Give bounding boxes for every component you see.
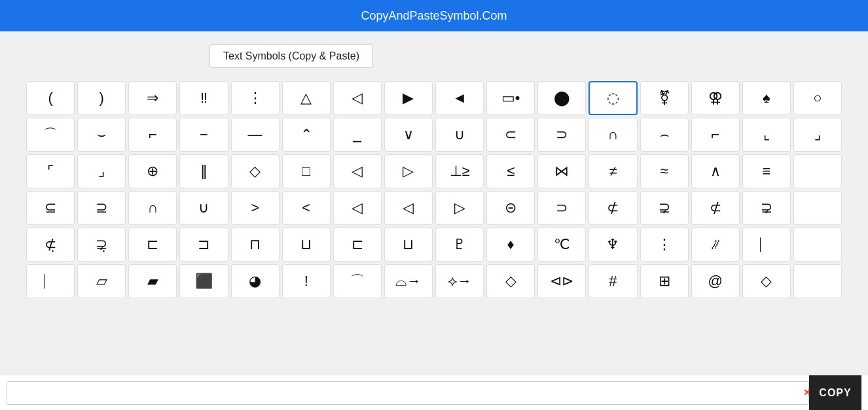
symbol-cell[interactable]: ▱ [77, 264, 126, 298]
symbol-cell[interactable]: ⎸ [742, 228, 791, 262]
symbol-cell[interactable] [793, 264, 842, 298]
symbol-cell[interactable]: − [179, 118, 228, 152]
symbol-cell[interactable]: ‖ [179, 154, 228, 188]
symbol-cell[interactable]: ◇ [231, 154, 280, 188]
symbol-cell[interactable]: < [282, 191, 331, 225]
symbol-cell[interactable]: > [231, 191, 280, 225]
symbol-cell[interactable]: △ [282, 81, 331, 115]
symbol-cell[interactable]: ⌟ [793, 118, 842, 152]
symbol-cell[interactable]: ♠ [742, 81, 791, 115]
symbol-cell[interactable]: ♆ [588, 228, 637, 262]
symbol-cell[interactable]: ⊋̣ [77, 228, 126, 262]
symbol-cell[interactable]: ▷ [384, 154, 433, 188]
symbol-cell[interactable]: ◇ [486, 264, 535, 298]
symbol-cell[interactable]: ⊄ [588, 191, 637, 225]
symbol-cell[interactable]: ⊥≥ [435, 154, 484, 188]
symbol-cell[interactable]: ⊃ [537, 118, 586, 152]
symbol-cell[interactable]: ⎯ [333, 118, 382, 152]
symbol-cell[interactable]: ⌐ [691, 118, 740, 152]
symbol-cell[interactable]: ⫽ [691, 228, 740, 262]
symbol-cell[interactable]: ⚧ [640, 81, 689, 115]
symbol-cell[interactable]: ∨ [384, 118, 433, 152]
symbol-cell[interactable]: ⌢ [640, 118, 689, 152]
symbol-cell[interactable]: ⌃ [282, 118, 331, 152]
symbol-cell[interactable]: ⊕ [128, 154, 177, 188]
symbol-cell[interactable]: ⌒ [26, 118, 75, 152]
symbol-cell[interactable]: ◄ [435, 81, 484, 115]
symbol-cell[interactable]: ⊏ [128, 228, 177, 262]
symbol-cell[interactable]: ⊂ [486, 118, 535, 152]
symbol-cell[interactable]: ⌐ [128, 118, 177, 152]
symbol-cell[interactable]: ∪ [435, 118, 484, 152]
symbol-cell[interactable] [793, 228, 842, 262]
symbol-cell[interactable]: ⊋ [640, 191, 689, 225]
symbol-cell[interactable]: ⊃ [537, 191, 586, 225]
symbol-cell[interactable]: ⋈ [537, 154, 586, 188]
symbol-cell[interactable]: — [231, 118, 280, 152]
symbol-cell[interactable]: ⊆ [26, 191, 75, 225]
symbol-cell[interactable]: ∧ [691, 154, 740, 188]
symbol-cell[interactable]: ⌜ [26, 154, 75, 188]
symbol-cell[interactable]: ◕ [231, 264, 280, 298]
symbol-cell[interactable]: ) [77, 81, 126, 115]
symbol-cell[interactable]: ℃ [537, 228, 586, 262]
symbol-cell[interactable]: ⚢ [691, 81, 740, 115]
symbol-cell[interactable]: ⟡→ [435, 264, 484, 298]
symbol-cell[interactable]: ( [26, 81, 75, 115]
symbol-cell[interactable]: ⊔ [384, 228, 433, 262]
symbol-cell[interactable]: ≤ [486, 154, 535, 188]
symbol-cell[interactable]: ▶ [384, 81, 433, 115]
symbol-cell[interactable]: ⌓→ [384, 264, 433, 298]
symbol-cell[interactable]: # [588, 264, 637, 298]
symbol-cell[interactable]: ‼ [179, 81, 228, 115]
symbol-cell[interactable]: ◁ [333, 81, 382, 115]
symbol-cell[interactable]: ⊄ [691, 191, 740, 225]
symbol-cell[interactable]: ∩ [128, 191, 177, 225]
symbol-cell[interactable]: @ [691, 264, 740, 298]
symbol-cell[interactable]: ≈ [640, 154, 689, 188]
symbol-cell[interactable]: ⌞ [742, 118, 791, 152]
symbol-grid: ()⇒‼⋮△◁▶◄▭•⬤◌⚧⚢♠○⌒⌣⌐−—⌃⎯∨∪⊂⊃∩⌢⌐⌞⌟⌜⌟⊕‖◇□◁… [26, 81, 842, 298]
symbol-cell[interactable]: ○ [793, 81, 842, 115]
symbol-cell[interactable]: ♦ [486, 228, 535, 262]
symbol-cell[interactable]: ◇ [742, 264, 791, 298]
symbol-cell[interactable]: ⊐ [179, 228, 228, 262]
symbol-cell[interactable]: ⊄̣ [26, 228, 75, 262]
symbol-cell[interactable]: ! [282, 264, 331, 298]
symbol-cell[interactable] [793, 191, 842, 225]
symbol-cell[interactable]: ⋮ [231, 81, 280, 115]
symbol-cell[interactable]: ⊞ [640, 264, 689, 298]
symbol-cell[interactable]: ▭• [486, 81, 535, 115]
symbol-cell[interactable]: ⇒ [128, 81, 177, 115]
symbol-cell[interactable]: ≡ [742, 154, 791, 188]
symbol-cell[interactable]: ⌒ [333, 264, 382, 298]
symbol-cell[interactable]: ⎸ [26, 264, 75, 298]
symbol-cell[interactable]: ⋮ [640, 228, 689, 262]
symbol-cell[interactable]: ⊔ [282, 228, 331, 262]
symbol-cell[interactable]: ≠ [588, 154, 637, 188]
symbol-cell[interactable]: ⬤ [537, 81, 586, 115]
symbol-cell[interactable]: ∩ [588, 118, 637, 152]
symbol-cell[interactable]: ⊓ [231, 228, 280, 262]
symbol-cell[interactable]: ⊲⊳ [537, 264, 586, 298]
symbol-cell[interactable]: ⊝ [486, 191, 535, 225]
symbol-cell[interactable] [793, 154, 842, 188]
symbol-cell[interactable]: ♇ [435, 228, 484, 262]
symbol-cell[interactable]: ▷ [435, 191, 484, 225]
symbol-cell[interactable]: □ [282, 154, 331, 188]
copy-button[interactable]: COPY [809, 375, 861, 411]
symbol-cell[interactable]: ⊏ [333, 228, 382, 262]
clear-button[interactable]: × [798, 386, 816, 400]
symbol-cell[interactable]: ◁ [333, 191, 382, 225]
symbol-cell[interactable]: ⬛ [179, 264, 228, 298]
symbol-cell[interactable]: ⌟ [77, 154, 126, 188]
symbol-cell[interactable]: ⌣ [77, 118, 126, 152]
symbol-cell[interactable]: ◁ [384, 191, 433, 225]
symbol-cell[interactable]: ▰ [128, 264, 177, 298]
copy-input[interactable] [7, 381, 809, 405]
symbol-cell[interactable]: ◌ [588, 81, 637, 115]
symbol-cell[interactable]: ◁ [333, 154, 382, 188]
symbol-cell[interactable]: ⊋ [742, 191, 791, 225]
symbol-cell[interactable]: ⊇ [77, 191, 126, 225]
symbol-cell[interactable]: ∪ [179, 191, 228, 225]
